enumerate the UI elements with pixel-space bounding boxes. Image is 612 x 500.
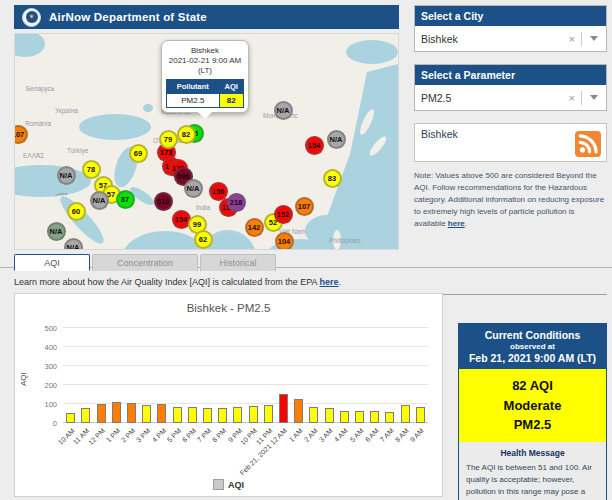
city-select-header: Select a City	[415, 6, 606, 26]
city-select[interactable]: Bishkek ×	[415, 26, 606, 51]
chart-bar[interactable]	[264, 405, 273, 423]
aqi-map-marker[interactable]: N/A	[64, 238, 83, 251]
chart-bar[interactable]	[66, 413, 75, 423]
chart-gridline: 500	[63, 327, 428, 328]
chart-x-tick-label: 8 PM	[211, 427, 228, 444]
aqi-map-marker[interactable]: N/A	[90, 191, 109, 210]
chart-bar[interactable]	[385, 412, 394, 423]
chart-bar[interactable]	[218, 408, 227, 423]
chart-y-tick-label: 0	[27, 419, 57, 428]
chart-x-tick-label: 4 AM	[333, 427, 349, 443]
chart-bar[interactable]	[309, 407, 318, 423]
aqi-map-marker[interactable]: 60	[67, 202, 86, 221]
current-aqi-category: Moderate	[459, 396, 606, 416]
select-divider	[581, 32, 582, 46]
city-chevron-down-icon[interactable]	[590, 36, 598, 41]
health-message-title: Health Message	[466, 448, 599, 458]
map-country-label: Philippines	[329, 237, 360, 244]
chart-bar[interactable]	[355, 411, 364, 423]
chart-bar[interactable]	[401, 405, 410, 423]
chart-bar[interactable]	[97, 404, 106, 423]
popup-col-aqi: AQI	[219, 80, 243, 94]
chart-bar[interactable]	[249, 406, 258, 423]
parameter-clear-icon[interactable]: ×	[563, 92, 581, 104]
chart-bar[interactable]	[279, 394, 288, 423]
aqi-map-marker[interactable]: 154	[305, 136, 324, 155]
note-text: Note: Values above 500 are considered Be…	[414, 171, 604, 228]
app-header: ✶ AirNow Department of State	[14, 5, 399, 29]
epa-here-link[interactable]: here	[320, 277, 339, 287]
city-select-value: Bishkek	[415, 33, 563, 45]
chart-bar[interactable]	[112, 402, 121, 423]
rss-icon[interactable]	[575, 131, 601, 157]
current-conditions-header: Current Conditions observed at Feb 21, 2…	[459, 324, 606, 369]
city-clear-icon[interactable]: ×	[563, 33, 581, 45]
chart-bar[interactable]	[294, 399, 303, 423]
aqi-map-marker[interactable]: 69	[129, 144, 148, 163]
chart-bar[interactable]	[370, 411, 379, 423]
chart-bar[interactable]	[173, 407, 182, 423]
popup-aqi-table: Pollutant AQI PM2.5 82	[166, 79, 244, 108]
aqi-map-marker[interactable]: 218	[227, 193, 246, 212]
chart-bar[interactable]	[81, 408, 90, 423]
chart-bar[interactable]	[188, 407, 197, 423]
aqi-map-marker[interactable]: 107	[14, 125, 28, 144]
chart-bar[interactable]	[142, 405, 151, 423]
chart-bar[interactable]	[416, 407, 425, 423]
app-title: AirNow Department of State	[49, 11, 207, 23]
aqi-map-marker[interactable]: 79	[159, 130, 178, 149]
aqi-map-marker[interactable]: 37	[116, 190, 135, 209]
state-dept-seal-logo: ✶	[22, 8, 41, 27]
chart-x-tick-label: 6 PM	[181, 427, 198, 444]
aqi-map-marker[interactable]: 516	[154, 192, 173, 211]
aqi-map-marker[interactable]: N/A	[184, 179, 203, 198]
chart-x-tick-label: 5 PM	[166, 427, 183, 444]
aqi-map-marker[interactable]: 107	[295, 197, 314, 216]
chart-bar[interactable]	[127, 403, 136, 423]
aqi-map-marker[interactable]: N/A	[47, 222, 66, 241]
chart-y-tick-label: 100	[27, 400, 57, 409]
chart-x-tick-label: 10 AM	[57, 427, 76, 446]
note-text-end: .	[465, 219, 467, 228]
parameter-select-panel: Select a Parameter PM2.5 ×	[414, 64, 607, 111]
tab-aqi[interactable]: AQI	[14, 254, 90, 271]
parameter-chevron-down-icon[interactable]	[590, 95, 598, 100]
note-here-link[interactable]: here	[448, 219, 465, 228]
aqi-map-marker[interactable]: N/A	[57, 166, 76, 185]
current-conditions-box: Current Conditions observed at Feb 21, 2…	[458, 323, 607, 500]
popup-pollutant-value: PM2.5	[167, 94, 220, 108]
aqi-map-marker[interactable]: N/A	[274, 101, 293, 120]
chart-x-tick-label: 1 AM	[287, 427, 303, 443]
chart-bar[interactable]	[203, 408, 212, 423]
chart-x-tick-label: 5 AM	[348, 427, 364, 443]
map-country-label: România	[25, 120, 51, 127]
aqi-world-map[interactable]: БеларусьУкраїнаRomâniaTürkiyeΕΛΛΆΣمصرКаз…	[14, 33, 399, 250]
chart-x-tick-label: 2 AM	[303, 427, 319, 443]
chart-y-tick-label: 500	[27, 324, 57, 333]
aqi-map-marker[interactable]: 83	[323, 169, 342, 188]
chart-x-tick-label: 3 AM	[318, 427, 334, 443]
chart-xlabels: 10 AM11 AM12 PM1 PM2 PM3 PM4 PM5 PM6 PM7…	[63, 423, 428, 479]
map-popup: Bishkek 2021-02-21 9:00 AM (LT) Pollutan…	[161, 40, 249, 113]
main-column: ✶ AirNow Department of State	[14, 5, 443, 497]
aqi-map-marker[interactable]: N/A	[327, 130, 346, 149]
chart-x-tick-label: 12 PM	[87, 427, 106, 446]
chart-bar[interactable]	[325, 408, 334, 423]
aqi-map-marker[interactable]: 152	[274, 205, 293, 224]
aqi-map-marker[interactable]: 104	[275, 232, 294, 251]
chart-x-tick-label: 2 PM	[120, 427, 137, 444]
chart-legend: AQI	[15, 479, 442, 490]
chart-bar[interactable]	[340, 411, 349, 423]
chart-bar[interactable]	[233, 407, 242, 423]
epa-info-line: Learn more about how the Air Quality Ind…	[14, 277, 443, 287]
tab-concentration[interactable]: Concentration	[92, 254, 198, 271]
tab-historical[interactable]: Historical	[200, 254, 276, 271]
aqi-map-marker[interactable]: 62	[194, 230, 213, 249]
aqi-map-marker[interactable]: 78	[82, 160, 101, 179]
popup-col-pollutant: Pollutant	[167, 80, 220, 94]
legend-swatch-icon	[213, 479, 224, 490]
aqi-map-marker[interactable]: 82	[177, 125, 196, 144]
aqi-map-marker[interactable]: 142	[245, 218, 264, 237]
chart-bar[interactable]	[157, 404, 166, 423]
parameter-select[interactable]: PM2.5 ×	[415, 85, 606, 110]
